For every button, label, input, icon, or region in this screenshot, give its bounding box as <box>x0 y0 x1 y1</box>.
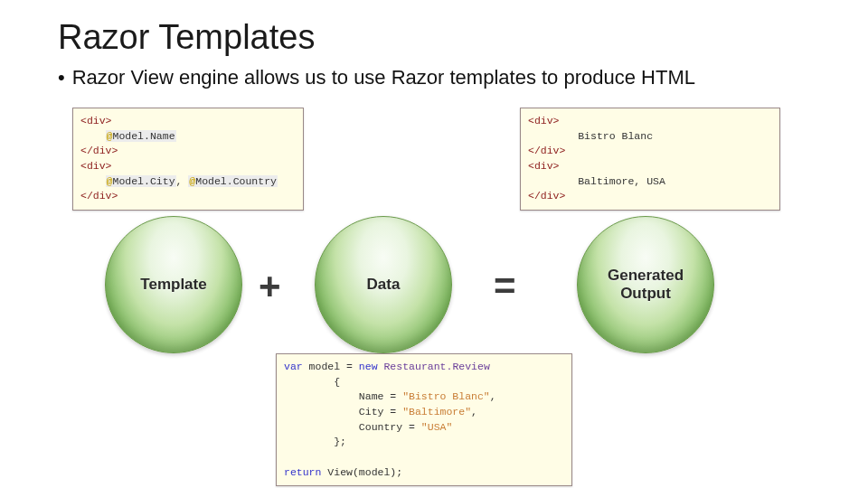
code-line: { <box>334 376 340 388</box>
template-code-box: <div> @Model.Name </div> <div> @Model.Ci… <box>72 108 304 211</box>
data-code-box: var model = new Restaurant.Review { Name… <box>276 353 572 486</box>
code-line: <div> <box>80 160 112 172</box>
code-line: Bistro Blanc <box>578 130 653 142</box>
circle-data-label: Data <box>367 276 401 294</box>
code-line: </div> <box>80 190 118 202</box>
circle-data: Data <box>315 216 452 353</box>
bullet-text: Razor View engine allows us to use Razor… <box>72 64 695 91</box>
circle-output-label: GeneratedOutput <box>608 267 684 302</box>
code-line: var <box>284 361 303 372</box>
razor-diagram: Template + Data = GeneratedOutput <div> … <box>72 109 796 435</box>
code-line: </div> <box>528 145 565 156</box>
circle-template: Template <box>105 216 242 353</box>
code-line: @Model.Name <box>106 130 176 142</box>
circle-template-label: Template <box>140 276 206 294</box>
plus-icon: + <box>259 267 281 305</box>
bullet-marker: • <box>58 64 65 91</box>
code-line: </div> <box>80 145 118 156</box>
code-line: </div> <box>528 190 565 202</box>
slide-title: Razor Templates <box>58 18 868 57</box>
code-line: Baltimore, USA <box>578 175 665 187</box>
code-line: <div> <box>528 115 560 127</box>
equals-icon: = <box>494 267 516 305</box>
code-line: }; <box>334 436 346 447</box>
code-line: return <box>284 466 321 478</box>
output-code-box: <div> Bistro Blanc </div> <div> Baltimor… <box>520 108 780 211</box>
code-line: @Model.Country <box>188 175 278 187</box>
code-line: <div> <box>80 115 112 127</box>
circle-output: GeneratedOutput <box>577 216 714 353</box>
code-line: @Model.City <box>106 175 176 187</box>
bullet-item: • Razor View engine allows us to use Raz… <box>58 64 868 91</box>
code-line: <div> <box>528 160 560 172</box>
